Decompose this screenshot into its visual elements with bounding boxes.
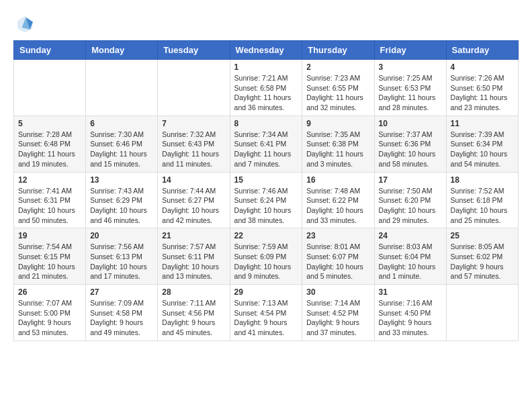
day-number: 18 (451, 175, 514, 185)
day-number: 5 (18, 119, 81, 128)
calendar-cell: 7Sunrise: 7:32 AM Sunset: 6:43 PM Daylig… (158, 116, 230, 172)
calendar-cell: 26Sunrise: 7:07 AM Sunset: 5:00 PM Dayli… (14, 285, 86, 341)
calendar-week-2: 5Sunrise: 7:28 AM Sunset: 6:48 PM Daylig… (14, 116, 519, 172)
day-number: 25 (451, 231, 514, 240)
day-info: Sunrise: 7:39 AM Sunset: 6:34 PM Dayligh… (451, 130, 514, 169)
calendar-cell: 19Sunrise: 7:54 AM Sunset: 6:15 PM Dayli… (14, 228, 86, 285)
calendar-cell: 3Sunrise: 7:25 AM Sunset: 6:53 PM Daylig… (374, 60, 446, 116)
weekday-header-friday: Friday (374, 41, 446, 60)
calendar-cell: 9Sunrise: 7:35 AM Sunset: 6:38 PM Daylig… (302, 116, 374, 172)
calendar-table: SundayMondayTuesdayWednesdayThursdayFrid… (13, 40, 519, 341)
day-info: Sunrise: 7:59 AM Sunset: 6:09 PM Dayligh… (234, 242, 298, 281)
calendar-cell: 13Sunrise: 7:43 AM Sunset: 6:29 PM Dayli… (86, 172, 158, 228)
day-info: Sunrise: 7:32 AM Sunset: 6:43 PM Dayligh… (162, 130, 225, 169)
calendar-cell: 12Sunrise: 7:41 AM Sunset: 6:31 PM Dayli… (14, 172, 86, 228)
day-info: Sunrise: 8:05 AM Sunset: 6:02 PM Dayligh… (451, 242, 514, 281)
calendar-cell: 8Sunrise: 7:34 AM Sunset: 6:41 PM Daylig… (230, 116, 302, 172)
day-number: 17 (379, 175, 442, 185)
calendar-cell: 2Sunrise: 7:23 AM Sunset: 6:55 PM Daylig… (302, 60, 374, 116)
day-info: Sunrise: 7:34 AM Sunset: 6:41 PM Dayligh… (234, 130, 298, 169)
calendar-cell: 20Sunrise: 7:56 AM Sunset: 6:13 PM Dayli… (86, 228, 158, 285)
day-info: Sunrise: 7:46 AM Sunset: 6:24 PM Dayligh… (234, 186, 298, 226)
logo (13, 13, 35, 34)
day-number: 9 (306, 119, 369, 128)
day-number: 1 (234, 62, 298, 72)
day-info: Sunrise: 7:30 AM Sunset: 6:46 PM Dayligh… (90, 130, 153, 169)
day-info: Sunrise: 7:35 AM Sunset: 6:38 PM Dayligh… (306, 130, 369, 169)
weekday-header-row: SundayMondayTuesdayWednesdayThursdayFrid… (14, 41, 519, 60)
day-info: Sunrise: 7:21 AM Sunset: 6:58 PM Dayligh… (234, 73, 298, 113)
day-info: Sunrise: 8:03 AM Sunset: 6:04 PM Dayligh… (379, 242, 442, 281)
day-info: Sunrise: 7:48 AM Sunset: 6:22 PM Dayligh… (306, 186, 369, 226)
calendar-cell (86, 60, 158, 116)
day-info: Sunrise: 7:14 AM Sunset: 4:52 PM Dayligh… (306, 298, 369, 338)
day-number: 20 (90, 231, 153, 240)
day-number: 2 (306, 62, 369, 72)
weekday-header-saturday: Saturday (446, 41, 518, 60)
calendar-cell: 18Sunrise: 7:52 AM Sunset: 6:18 PM Dayli… (446, 172, 518, 228)
calendar-cell: 15Sunrise: 7:46 AM Sunset: 6:24 PM Dayli… (230, 172, 302, 228)
day-info: Sunrise: 7:50 AM Sunset: 6:20 PM Dayligh… (379, 186, 442, 226)
day-number: 4 (451, 62, 514, 72)
day-number: 23 (306, 231, 369, 240)
day-info: Sunrise: 7:25 AM Sunset: 6:53 PM Dayligh… (379, 73, 442, 113)
day-number: 24 (379, 231, 442, 240)
day-number: 12 (18, 175, 81, 185)
calendar-cell: 14Sunrise: 7:44 AM Sunset: 6:27 PM Dayli… (158, 172, 230, 228)
calendar-body: 1Sunrise: 7:21 AM Sunset: 6:58 PM Daylig… (14, 60, 519, 341)
calendar-week-3: 12Sunrise: 7:41 AM Sunset: 6:31 PM Dayli… (14, 172, 519, 228)
calendar-week-5: 26Sunrise: 7:07 AM Sunset: 5:00 PM Dayli… (14, 285, 519, 341)
calendar-cell: 10Sunrise: 7:37 AM Sunset: 6:36 PM Dayli… (374, 116, 446, 172)
calendar-week-4: 19Sunrise: 7:54 AM Sunset: 6:15 PM Dayli… (14, 228, 519, 285)
day-info: Sunrise: 7:37 AM Sunset: 6:36 PM Dayligh… (379, 130, 442, 169)
day-number: 10 (379, 119, 442, 128)
day-number: 3 (379, 62, 442, 72)
weekday-header-wednesday: Wednesday (230, 41, 302, 60)
weekday-header-tuesday: Tuesday (158, 41, 230, 60)
calendar-cell: 29Sunrise: 7:13 AM Sunset: 4:54 PM Dayli… (230, 285, 302, 341)
day-number: 11 (451, 119, 514, 128)
weekday-header-monday: Monday (86, 41, 158, 60)
day-number: 21 (162, 231, 225, 240)
calendar-cell: 30Sunrise: 7:14 AM Sunset: 4:52 PM Dayli… (302, 285, 374, 341)
day-number: 30 (306, 287, 369, 297)
day-number: 6 (90, 119, 153, 128)
day-number: 29 (234, 287, 298, 297)
day-info: Sunrise: 7:13 AM Sunset: 4:54 PM Dayligh… (234, 298, 298, 338)
calendar-cell (446, 285, 518, 341)
day-number: 14 (162, 175, 225, 185)
day-number: 22 (234, 231, 298, 240)
day-number: 26 (18, 287, 81, 297)
day-info: Sunrise: 7:11 AM Sunset: 4:56 PM Dayligh… (162, 298, 225, 338)
day-info: Sunrise: 7:43 AM Sunset: 6:29 PM Dayligh… (90, 186, 153, 226)
day-info: Sunrise: 7:09 AM Sunset: 4:58 PM Dayligh… (90, 298, 153, 338)
day-number: 28 (162, 287, 225, 297)
calendar-cell: 11Sunrise: 7:39 AM Sunset: 6:34 PM Dayli… (446, 116, 518, 172)
day-info: Sunrise: 7:26 AM Sunset: 6:50 PM Dayligh… (451, 73, 514, 113)
day-info: Sunrise: 7:07 AM Sunset: 5:00 PM Dayligh… (18, 298, 81, 338)
day-number: 8 (234, 119, 298, 128)
calendar-week-1: 1Sunrise: 7:21 AM Sunset: 6:58 PM Daylig… (14, 60, 519, 116)
calendar-cell: 27Sunrise: 7:09 AM Sunset: 4:58 PM Dayli… (86, 285, 158, 341)
calendar-cell: 17Sunrise: 7:50 AM Sunset: 6:20 PM Dayli… (374, 172, 446, 228)
day-info: Sunrise: 8:01 AM Sunset: 6:07 PM Dayligh… (306, 242, 369, 281)
calendar-cell: 28Sunrise: 7:11 AM Sunset: 4:56 PM Dayli… (158, 285, 230, 341)
day-info: Sunrise: 7:57 AM Sunset: 6:11 PM Dayligh… (162, 242, 225, 281)
day-info: Sunrise: 7:54 AM Sunset: 6:15 PM Dayligh… (18, 242, 81, 281)
day-number: 31 (379, 287, 442, 297)
calendar-cell: 5Sunrise: 7:28 AM Sunset: 6:48 PM Daylig… (14, 116, 86, 172)
logo-icon (15, 13, 35, 34)
day-info: Sunrise: 7:23 AM Sunset: 6:55 PM Dayligh… (306, 73, 369, 113)
calendar-cell: 6Sunrise: 7:30 AM Sunset: 6:46 PM Daylig… (86, 116, 158, 172)
day-info: Sunrise: 7:44 AM Sunset: 6:27 PM Dayligh… (162, 186, 225, 226)
calendar-cell (158, 60, 230, 116)
calendar-cell: 25Sunrise: 8:05 AM Sunset: 6:02 PM Dayli… (446, 228, 518, 285)
day-info: Sunrise: 7:56 AM Sunset: 6:13 PM Dayligh… (90, 242, 153, 281)
day-info: Sunrise: 7:52 AM Sunset: 6:18 PM Dayligh… (451, 186, 514, 226)
calendar-header: SundayMondayTuesdayWednesdayThursdayFrid… (14, 41, 519, 60)
calendar-cell: 31Sunrise: 7:16 AM Sunset: 4:50 PM Dayli… (374, 285, 446, 341)
calendar-cell: 22Sunrise: 7:59 AM Sunset: 6:09 PM Dayli… (230, 228, 302, 285)
calendar-cell (14, 60, 86, 116)
weekday-header-thursday: Thursday (302, 41, 374, 60)
calendar-cell: 16Sunrise: 7:48 AM Sunset: 6:22 PM Dayli… (302, 172, 374, 228)
